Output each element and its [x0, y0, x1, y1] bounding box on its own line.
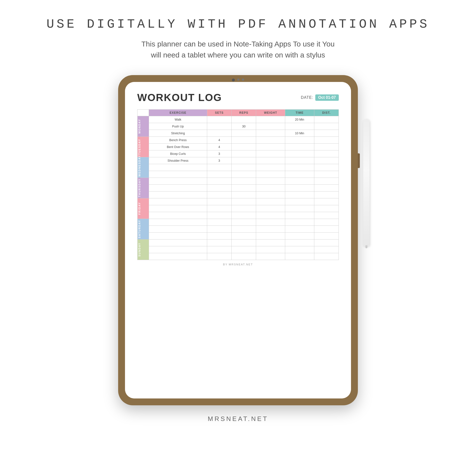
reps-cell	[232, 219, 256, 226]
time-cell	[285, 233, 314, 239]
time-cell	[285, 212, 314, 219]
reps-cell	[232, 239, 256, 246]
dist-cell	[314, 144, 339, 151]
sets-cell	[207, 178, 231, 185]
time-cell	[285, 205, 314, 212]
table-row	[137, 205, 339, 212]
time-cell	[285, 151, 314, 157]
time-cell	[285, 185, 314, 191]
col-header-time: TIME	[285, 110, 314, 116]
sets-cell	[207, 239, 231, 246]
dist-cell	[314, 246, 339, 253]
sets-cell	[207, 219, 231, 226]
table-row: SATURDAY	[137, 219, 339, 226]
dist-cell	[314, 116, 339, 123]
sets-cell	[207, 164, 231, 171]
sets-cell	[207, 171, 231, 178]
exercise-cell: Walk	[149, 116, 207, 123]
col-header-exercise: EXERCISE	[149, 110, 207, 116]
weight-cell	[256, 171, 285, 178]
weight-cell	[256, 253, 285, 260]
reps-cell	[232, 198, 256, 205]
day-cell-monday: MONDAY	[137, 116, 149, 137]
dist-cell	[314, 130, 339, 137]
day-cell-tuesday: TUESDAY	[137, 137, 149, 157]
reps-cell	[232, 233, 256, 239]
sets-cell	[207, 233, 231, 239]
col-header-weight: WEIGHT	[256, 110, 285, 116]
reps-cell	[232, 178, 256, 185]
sets-cell	[207, 226, 231, 233]
time-cell	[285, 123, 314, 130]
table-row: TUESDAYBench Press4	[137, 137, 339, 144]
exercise-cell: Bicep Curls	[149, 151, 207, 157]
sets-cell	[207, 191, 231, 198]
exercise-cell	[149, 219, 207, 226]
weight-cell	[256, 116, 285, 123]
table-footer: BY MRSNEAT.NET	[137, 263, 339, 266]
time-cell	[285, 164, 314, 171]
reps-cell	[232, 246, 256, 253]
weight-cell	[256, 144, 285, 151]
exercise-cell: Stretching	[149, 130, 207, 137]
exercise-cell	[149, 226, 207, 233]
table-row	[137, 164, 339, 171]
workout-table: EXERCISE SETS REPS WEIGHT TIME DIST. MON…	[137, 109, 339, 260]
weight-cell	[256, 178, 285, 185]
sets-cell: 4	[207, 137, 231, 144]
weight-cell	[256, 212, 285, 219]
time-cell	[285, 198, 314, 205]
workout-content: WORKOUT LOG DATE: Oct 01-07 EXERCISE SET…	[125, 82, 351, 398]
exercise-cell: Push Up	[149, 123, 207, 130]
reps-cell	[232, 144, 256, 151]
sets-cell	[207, 185, 231, 191]
weight-cell	[256, 123, 285, 130]
camera-bar	[232, 79, 244, 82]
reps-cell	[232, 137, 256, 144]
weight-cell	[256, 246, 285, 253]
weight-cell	[256, 198, 285, 205]
time-cell	[285, 144, 314, 151]
dist-cell	[314, 205, 339, 212]
exercise-cell	[149, 171, 207, 178]
sets-cell	[207, 205, 231, 212]
time-cell	[285, 253, 314, 260]
day-cell-sunday: SUNDAY	[137, 239, 149, 260]
weight-cell	[256, 239, 285, 246]
table-row	[137, 191, 339, 198]
weight-cell	[256, 164, 285, 171]
exercise-cell	[149, 185, 207, 191]
exercise-cell	[149, 178, 207, 185]
table-row	[137, 171, 339, 178]
reps-cell: 30	[232, 123, 256, 130]
reps-cell	[232, 185, 256, 191]
exercise-cell	[149, 233, 207, 239]
time-cell	[285, 239, 314, 246]
col-header-dist: DIST.	[314, 110, 339, 116]
date-value: Oct 01-07	[315, 94, 339, 101]
exercise-cell: Shoulder Press	[149, 157, 207, 164]
stylus	[363, 119, 370, 246]
exercise-cell: Bent Over Rows	[149, 144, 207, 151]
exercise-cell	[149, 164, 207, 171]
reps-cell	[232, 130, 256, 137]
day-cell-thursday: THURSDAY	[137, 178, 149, 198]
table-row	[137, 185, 339, 191]
page-title: USE DIGITALLY WITH PDF ANNOTATION APPS	[47, 17, 429, 32]
col-header-sets: SETS	[207, 110, 231, 116]
reps-cell	[232, 151, 256, 157]
camera-dot-3	[242, 79, 244, 81]
table-row: Push Up30	[137, 123, 339, 130]
dist-cell	[314, 137, 339, 144]
date-area: DATE: Oct 01-07	[301, 94, 339, 101]
dist-cell	[314, 212, 339, 219]
weight-cell	[256, 185, 285, 191]
weight-cell	[256, 205, 285, 212]
time-cell	[285, 137, 314, 144]
dist-cell	[314, 226, 339, 233]
day-cell-wednesday: WEDNESDAY	[137, 157, 149, 178]
dist-cell	[314, 191, 339, 198]
dist-cell	[314, 239, 339, 246]
reps-cell	[232, 164, 256, 171]
sets-cell	[207, 253, 231, 260]
